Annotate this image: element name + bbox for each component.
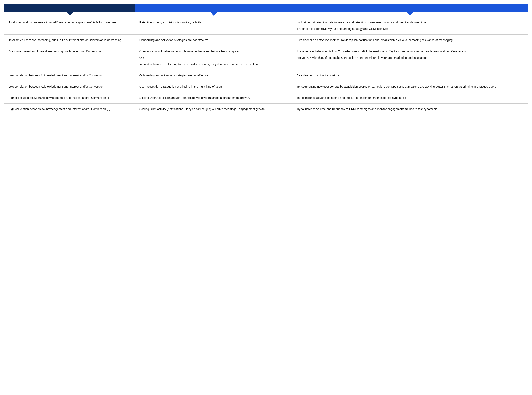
signal-cell: Low correlation between Acknowledgment a… [4, 81, 135, 92]
table-row: High correlation between Acknowledgement… [4, 92, 528, 104]
action-text: Look at cohort retention data to see siz… [296, 20, 523, 25]
table-row: Low correlation between Acknowledgment a… [4, 81, 528, 92]
chevron-action-icon [406, 12, 413, 16]
hypothesis-cell: Scaling CRM activity (notifications, lif… [135, 104, 292, 115]
action-text: Try to increase advertising spend and mo… [296, 96, 523, 100]
table-row: Low correlation between Acknowledgment a… [4, 70, 528, 81]
action-cell: Try segmenting new user cohorts by acqui… [292, 81, 528, 92]
action-text: If retention is poor, review your onboar… [296, 27, 523, 31]
action-cell: Dive deeper on activation metrics. [292, 70, 528, 81]
header-signal [4, 4, 135, 12]
hypothesis-cell: User acquisition strategy is not bringin… [135, 81, 292, 92]
signal-cell: Acknowledgment and Interest are growing … [4, 46, 135, 70]
hypothesis-cell: Onboarding and activation strategies are… [135, 70, 292, 81]
chevron-hypothesis-cell [135, 12, 292, 17]
signal-cell: Total size (total unique users in an AIC… [4, 17, 135, 34]
hypothesis-text: Core action is not delivering enough val… [139, 49, 288, 54]
action-cell: Dive deeper on activation metrics. Revie… [292, 34, 528, 46]
action-cell: Look at cohort retention data to see siz… [292, 17, 528, 34]
table-row: Total size (total unique users in an AIC… [4, 17, 528, 34]
signal-cell: Low correlation between Acknowledgment a… [4, 70, 135, 81]
action-cell: Try to increase volume and frequency of … [292, 104, 528, 115]
action-text: Are you OK with this? If not, make Core … [296, 56, 523, 60]
signal-cell: High correlation between Acknowledgement… [4, 92, 135, 104]
hypothesis-cell: Retention is poor, acquisition is slowin… [135, 17, 292, 34]
header-action [292, 4, 528, 12]
hypothesis-cell: Scaling User Acquisition and/or Retarget… [135, 92, 292, 104]
table-row: Total active users are increasing, but %… [4, 34, 528, 46]
action-text: Dive deeper on activation metrics. [296, 73, 523, 78]
signal-cell: High correlation between Acknowledgement… [4, 104, 135, 115]
action-text: Dive deeper on activation metrics. Revie… [296, 38, 523, 42]
chevron-signal-cell [4, 12, 135, 17]
action-cell: Examine user behaviour, talk to Converte… [292, 46, 528, 70]
action-cell: Try to increase advertising spend and mo… [292, 92, 528, 104]
table-row: Acknowledgment and Interest are growing … [4, 46, 528, 70]
hypothesis-text: Interest actions are delivering too much… [139, 62, 288, 66]
main-table: Total size (total unique users in an AIC… [4, 4, 528, 115]
chevron-hypothesis-icon [210, 12, 217, 16]
hypothesis-text: OR [139, 56, 288, 60]
table-row: High correlation between Acknowledgement… [4, 104, 528, 115]
signal-cell: Total active users are increasing, but %… [4, 34, 135, 46]
action-text: Try to increase volume and frequency of … [296, 107, 523, 111]
hypothesis-cell: Core action is not delivering enough val… [135, 46, 292, 70]
hypothesis-cell: Onboarding and activation strategies are… [135, 34, 292, 46]
action-text: Examine user behaviour, talk to Converte… [296, 49, 523, 54]
action-text: Try segmenting new user cohorts by acqui… [296, 85, 523, 89]
chevron-action-cell [292, 12, 528, 17]
header-hypothesis [135, 4, 292, 12]
chevron-signal-icon [66, 12, 73, 16]
